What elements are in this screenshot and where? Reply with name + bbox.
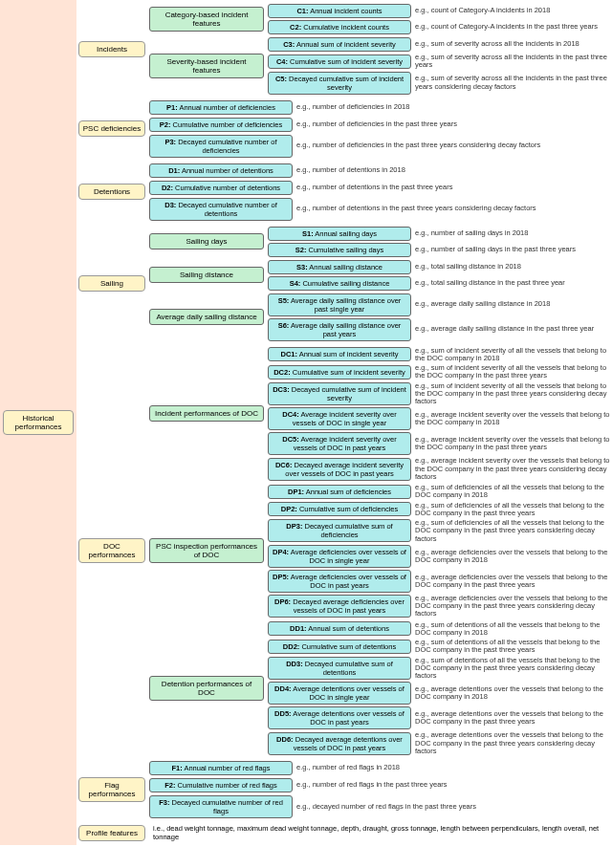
- feature-box: DC2: Cumulative sum of incident severity: [268, 365, 411, 380]
- level1-box: PSC deficiencies: [78, 120, 145, 137]
- feature-desc: e.g., sum of incident severity of all th…: [415, 347, 610, 363]
- level2-box: PSC inspection performances of DOC: [149, 538, 264, 563]
- feature-desc: e.g., number of deficiencies in the past…: [296, 120, 610, 128]
- feature-desc: e.g., count of Category-A incidents in 2…: [415, 7, 610, 14]
- level1-box: Flag performances: [78, 777, 145, 802]
- feature-desc: e.g., count of Category-A incidents in t…: [415, 23, 610, 31]
- feature-desc: e.g., number of detentions in the past t…: [296, 184, 610, 191]
- feature-box: S3: Annual sailing distance: [268, 260, 411, 274]
- section: IncidentsCategory-based incident feature…: [78, 4, 610, 95]
- feature-box: F3: Decayed cumulative number of red fla…: [149, 795, 293, 818]
- feature-box: DC5: Average incident severity over vess…: [268, 432, 411, 455]
- feature-box: DC3: Decayed cumulative sum of incident …: [268, 382, 411, 405]
- feature-box: DD6: Decayed average detentions over ves…: [268, 732, 411, 755]
- feature-desc: e.g., sum of detentions of all the vesse…: [415, 621, 610, 638]
- feature-desc: e.g., average deficiencies over the vess…: [415, 595, 610, 618]
- feature-box: D2: Cumulative number of detentions: [149, 181, 293, 195]
- feature-box: DD1: Annual sum of detentions: [268, 621, 411, 636]
- feature-box: S4: Cumulative sailing distance: [268, 276, 411, 291]
- feature-desc: e.g., number of deficiencies in 2018: [296, 103, 610, 111]
- feature-box: DC1: Annual sum of incident severity: [268, 347, 411, 361]
- feature-desc: e.g., decayed number of red flags in the…: [296, 803, 610, 811]
- feature-box: DC4: Average incident severity over vess…: [268, 407, 411, 430]
- section: Profile featuresi.e., dead weight tonnag…: [78, 824, 610, 841]
- feature-desc: e.g., average deficiencies over the vess…: [415, 574, 610, 590]
- feature-desc: e.g., sum of detentions of all the vesse…: [415, 657, 610, 681]
- feature-desc: e.g., average incident severity over the…: [415, 457, 610, 481]
- feature-desc: e.g., average detentions over the vessel…: [415, 731, 610, 755]
- feature-desc: e.g., number of red flags in the past th…: [296, 781, 610, 789]
- feature-box: P2: Cumulative number of deficiencies: [149, 118, 293, 132]
- feature-box: P3: Decayed cumulative number of deficie…: [149, 135, 293, 158]
- level1-box: Profile features: [78, 825, 145, 841]
- feature-box: D3: Decayed cumulative number of detenti…: [149, 198, 293, 221]
- feature-desc: e.g., number of detentions in the past t…: [296, 205, 610, 212]
- root-column: Historical performances: [0, 0, 76, 845]
- feature-box: DP3: Decayed cumulative sum of deficienc…: [268, 519, 411, 542]
- feature-desc: e.g., total sailing distance in 2018: [415, 263, 610, 271]
- feature-desc: e.g., sum of severity across all the inc…: [415, 75, 610, 91]
- level2-box: Sailing days: [149, 233, 264, 250]
- feature-desc: e.g., number of sailing days in the past…: [415, 246, 610, 253]
- feature-desc: e.g., sum of incident severity of all th…: [415, 382, 610, 406]
- root-label: Historical performances: [3, 410, 74, 435]
- level1-box: Sailing: [78, 275, 145, 292]
- feature-desc: e.g., sum of incident severity of all th…: [415, 364, 610, 380]
- feature-box: C5: Decayed cumulative sum of incident s…: [268, 72, 411, 95]
- feature-desc: e.g., number of detentions in 2018: [296, 166, 610, 174]
- section: DOC performancesIncident performances of…: [78, 347, 610, 756]
- level1-box: DOC performances: [78, 538, 145, 563]
- feature-desc: e.g., number of deficiencies in the past…: [296, 141, 610, 149]
- feature-box: S6: Average daily sailing distance over …: [268, 318, 411, 341]
- feature-box: DP4: Average deficiencies over vessels o…: [268, 545, 411, 568]
- section: SailingSailing daysS1: Annual sailing da…: [78, 227, 610, 341]
- section: Flag performancesF1: Annual number of re…: [78, 761, 610, 818]
- feature-box: DP6: Decayed average deficiencies over v…: [268, 595, 411, 618]
- level2-box: Incident performances of DOC: [149, 405, 264, 422]
- profile-desc: i.e., dead weight tonnage, maximum dead …: [149, 824, 610, 841]
- feature-box: DP2: Cumulative sum of deficiencies: [268, 502, 411, 516]
- feature-desc: e.g., number of sailing days in 2018: [415, 229, 610, 237]
- feature-box: S1: Annual sailing days: [268, 227, 411, 241]
- feature-box: DD2: Cumulative sum of detentions: [268, 640, 411, 654]
- feature-desc: e.g., average daily sailing distance in …: [415, 300, 610, 308]
- section: PSC deficienciesP1: Annual number of def…: [78, 100, 610, 158]
- feature-box: P1: Annual number of deficiencies: [149, 100, 293, 115]
- feature-desc: e.g., sum of severity across all the inc…: [415, 54, 610, 70]
- feature-desc: e.g., average detentions over the vessel…: [415, 710, 610, 727]
- feature-box: C1: Annual incident counts: [268, 4, 411, 18]
- feature-desc: e.g., average deficiencies over the vess…: [415, 549, 610, 565]
- feature-desc: e.g., average incident severity over the…: [415, 436, 610, 452]
- level2-box: Category-based incident features: [149, 7, 264, 32]
- diagram-root: Historical performances IncidentsCategor…: [0, 0, 612, 845]
- feature-box: C4: Cumulative sum of incident severity: [268, 54, 411, 69]
- feature-box: DD5: Average detentions over vessels of …: [268, 706, 411, 729]
- feature-box: C2: Cumulative incident counts: [268, 20, 411, 34]
- feature-box: DP1: Annual sum of deficiencies: [268, 485, 411, 499]
- level2-box: Detention performances of DOC: [149, 676, 264, 701]
- level2-box: Sailing distance: [149, 267, 264, 283]
- feature-box: S2: Cumulative sailing days: [268, 243, 411, 257]
- feature-desc: e.g., sum of detentions of all the vesse…: [415, 639, 610, 655]
- feature-box: D1: Annual number of detentions: [149, 163, 293, 178]
- feature-desc: e.g., average detentions over the vessel…: [415, 685, 610, 702]
- section: DetentionsD1: Annual number of detention…: [78, 163, 610, 221]
- feature-desc: e.g., total sailing distance in the past…: [415, 279, 610, 287]
- feature-desc: e.g., average incident severity over the…: [415, 411, 610, 427]
- feature-desc: e.g., sum of deficiencies of all the ves…: [415, 502, 610, 518]
- level2-box: Average daily sailing distance: [149, 309, 264, 325]
- level1-box: Incidents: [78, 41, 145, 57]
- feature-box: F2: Cumulative number of red flags: [149, 778, 293, 792]
- feature-box: DD4: Average detentions over vessels of …: [268, 682, 411, 705]
- main-column: IncidentsCategory-based incident feature…: [76, 0, 612, 845]
- feature-box: S5: Average daily sailing distance over …: [268, 293, 411, 316]
- level2-box: Severity-based incident features: [149, 54, 264, 78]
- feature-box: F1: Annual number of red flags: [149, 761, 293, 775]
- feature-desc: e.g., number of red flags in 2018: [296, 764, 610, 771]
- feature-box: DC6: Decayed average incident severity o…: [268, 458, 411, 481]
- feature-desc: e.g., sum of deficiencies of all the ves…: [415, 519, 610, 543]
- level1-box: Detentions: [78, 184, 145, 200]
- feature-box: DP5: Average deficiencies over vessels o…: [268, 570, 411, 593]
- feature-desc: e.g., sum of severity across all the inc…: [415, 40, 610, 48]
- feature-box: C3: Annual sum of incident severity: [268, 37, 411, 52]
